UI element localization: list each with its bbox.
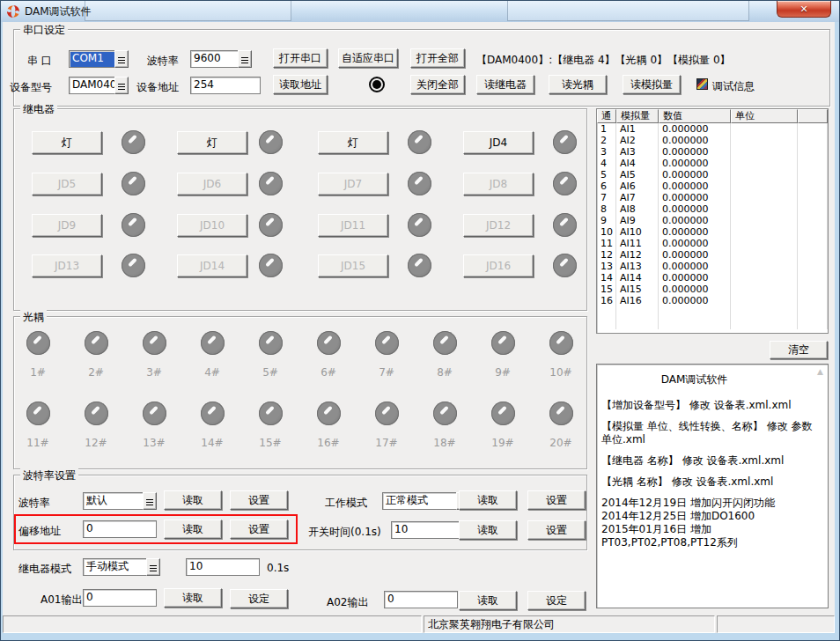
analog-table-cell: AI3 xyxy=(616,146,659,158)
relay-button-5[interactable]: JD5 xyxy=(32,173,102,195)
offset-address-label: 偏移地址 xyxy=(18,524,61,539)
analog-table-cell: 0.000000 xyxy=(659,203,731,215)
dropdown-arrow-icon[interactable] xyxy=(238,50,252,68)
analog-table-cell: 11 xyxy=(597,238,616,249)
client-area: 串口设定 串 口 COM1 波特率 9600 打开串口 自适应串口 打开全部 【… xyxy=(3,22,835,633)
status-bar: 北京聚英翱翔电子有限公司 xyxy=(3,614,835,633)
analog-table-cell xyxy=(731,261,798,272)
analog-table-cell xyxy=(659,318,731,329)
relay-button-14[interactable]: JD14 xyxy=(177,254,247,277)
ao1-read-button[interactable]: 读取 xyxy=(164,588,222,608)
switch-time-set-button[interactable]: 设置 xyxy=(527,520,586,540)
ao2-input[interactable]: 0 xyxy=(384,591,458,608)
device-model-combobox[interactable]: DAM0400 xyxy=(69,77,129,94)
baudrate-set-combobox[interactable]: 默认 xyxy=(83,492,157,510)
analog-table-cell xyxy=(731,123,798,135)
relay-button-1[interactable]: 灯 xyxy=(32,131,102,154)
open-port-button[interactable]: 打开串口 xyxy=(273,48,328,68)
clear-log-button[interactable]: 清空 xyxy=(770,341,828,359)
read-relay-button[interactable]: 读继电器 xyxy=(476,75,534,94)
analog-table-header-cell: 单位 xyxy=(731,109,798,123)
relay-mode-combobox[interactable]: 手动模式 xyxy=(83,558,160,576)
relay-button-11[interactable]: JD11 xyxy=(318,214,388,237)
device-summary: 【DAM0400】:【继电器 4】【光耦 0】【模拟量 0】 xyxy=(476,53,731,68)
analog-table-cell xyxy=(798,181,828,192)
relay-button-2[interactable]: 灯 xyxy=(177,131,247,154)
opto-led-label-15: 15# xyxy=(253,437,288,449)
analog-table-header-cell: 模拟量 xyxy=(616,109,659,123)
work-mode-set-button[interactable]: 设置 xyxy=(527,490,586,510)
relay-button-6[interactable]: JD6 xyxy=(177,173,247,195)
relay-button-10[interactable]: JD10 xyxy=(177,214,247,237)
analog-table-row: 9AI90.000000 xyxy=(597,215,828,226)
work-mode-combobox[interactable]: 正常模式 xyxy=(382,492,470,510)
analog-table-row xyxy=(597,306,828,318)
relay-button-3[interactable]: 灯 xyxy=(318,131,388,154)
analog-table-row: 16AI160.000000 xyxy=(597,295,828,306)
read-analog-button[interactable]: 读模拟量 xyxy=(623,75,681,94)
baudrate-read-button[interactable]: 读取 xyxy=(164,490,222,510)
analog-table-cell: 12 xyxy=(597,249,616,261)
relay-button-7[interactable]: JD7 xyxy=(318,173,388,195)
relay-button-15[interactable]: JD15 xyxy=(318,254,388,277)
scroll-up-icon[interactable]: ▲ xyxy=(817,367,823,376)
relay-button-8[interactable]: JD8 xyxy=(463,173,534,195)
offset-address-input[interactable]: 0 xyxy=(83,520,157,538)
log-line: 2014年12月25日 增加DO1600 xyxy=(601,510,814,523)
auto-adapt-port-button[interactable]: 自适应串口 xyxy=(338,48,398,68)
background-window-ghost xyxy=(85,1,291,21)
opto-led-label-17: 17# xyxy=(369,437,404,449)
relay-button-12[interactable]: JD12 xyxy=(463,214,534,237)
dropdown-arrow-icon[interactable] xyxy=(143,492,157,510)
analog-table-cell: 0.000000 xyxy=(659,123,731,135)
analog-table-cell: AI12 xyxy=(616,249,659,261)
relay-button-4[interactable]: JD4 xyxy=(463,131,534,154)
baudrate-combobox[interactable]: 9600 xyxy=(190,50,252,68)
relay-button-9[interactable]: JD9 xyxy=(32,214,102,237)
analog-table-cell: 0.000000 xyxy=(659,158,731,169)
analog-table-cell xyxy=(731,272,798,284)
relay-button-13[interactable]: JD13 xyxy=(32,254,102,277)
ao1-set-button[interactable]: 设定 xyxy=(230,589,288,608)
analog-table-cell xyxy=(731,169,798,181)
relay-group-title: 继电器 xyxy=(20,102,57,117)
analog-table-cell xyxy=(731,215,798,226)
analog-table-cell: AI10 xyxy=(616,226,659,238)
relay-button-16[interactable]: JD16 xyxy=(463,254,534,277)
switch-time-label: 开关时间(0.1s) xyxy=(308,525,381,540)
port-combobox[interactable]: COM1 xyxy=(69,50,129,68)
relay-led-indicator-4 xyxy=(553,130,577,154)
ao2-set-button[interactable]: 设定 xyxy=(527,591,586,610)
offset-set-button[interactable]: 设置 xyxy=(230,519,288,539)
dropdown-arrow-icon[interactable] xyxy=(146,558,160,576)
relay-mode-time-input[interactable]: 10 xyxy=(186,558,260,576)
opto-led-indicator-20 xyxy=(549,402,573,425)
dropdown-arrow-icon[interactable] xyxy=(114,50,129,68)
analog-table-cell: AI8 xyxy=(616,203,659,215)
baudrate-set-button[interactable]: 设置 xyxy=(230,490,288,510)
device-address-input[interactable]: 254 xyxy=(190,77,261,94)
background-window-ghost xyxy=(507,1,749,21)
status-pane-left xyxy=(3,615,422,633)
analog-table-cell xyxy=(731,238,798,249)
read-opto-button[interactable]: 读光耦 xyxy=(549,75,607,94)
work-mode-read-button[interactable]: 读取 xyxy=(459,490,517,510)
analog-table-cell: 6 xyxy=(597,181,616,192)
port-label: 串 口 xyxy=(27,54,52,69)
offset-read-button[interactable]: 读取 xyxy=(164,519,222,539)
analog-table-cell xyxy=(731,181,798,192)
read-address-button[interactable]: 读取地址 xyxy=(273,75,328,94)
analog-table-row: 6AI60.000000 xyxy=(597,181,828,192)
switch-time-read-button[interactable]: 读取 xyxy=(459,520,517,540)
open-all-button[interactable]: 打开全部 xyxy=(410,48,465,68)
ao1-input[interactable]: 0 xyxy=(83,589,157,607)
ao2-read-button[interactable]: 读取 xyxy=(459,591,517,610)
analog-table-row: 14AI140.000000 xyxy=(597,272,828,284)
close-all-button[interactable]: 关闭全部 xyxy=(410,75,465,94)
analog-table-cell xyxy=(731,318,798,329)
close-button[interactable]: ✕ xyxy=(777,1,831,18)
debug-log-panel: DAM调试软件【增加设备型号】 修改 设备表.xml.xml【模拟量 单位、线性… xyxy=(596,364,829,608)
dropdown-arrow-icon[interactable] xyxy=(114,77,129,94)
opto-led-indicator-1 xyxy=(26,331,50,355)
analog-table-cell: AI15 xyxy=(616,284,659,295)
